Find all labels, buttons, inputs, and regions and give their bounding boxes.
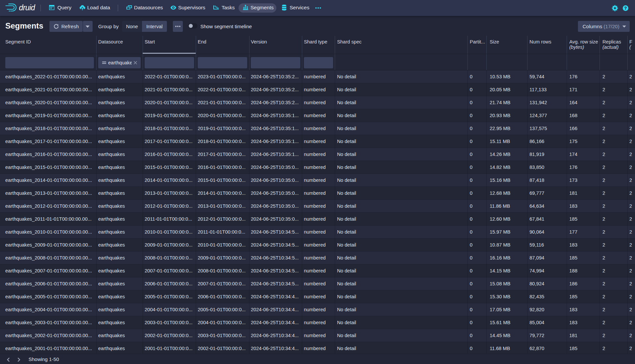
svg-text:?: ?: [624, 6, 627, 11]
